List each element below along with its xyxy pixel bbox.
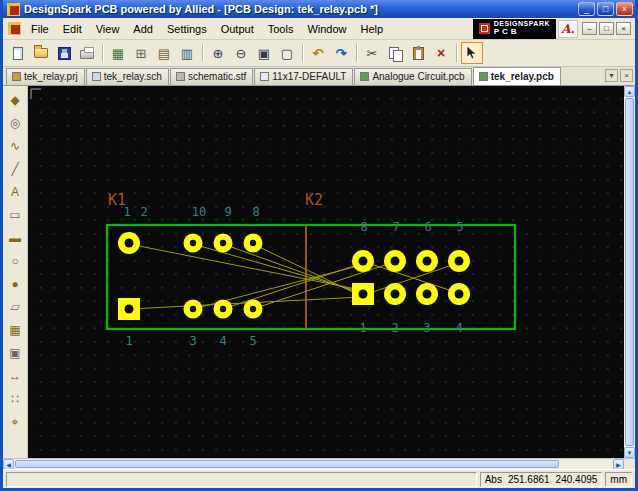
menu-output[interactable]: Output — [214, 20, 261, 38]
filled-circle-tool-button[interactable]: ● — [5, 273, 26, 294]
side-toolbar: ◆ ◎ ∿ ╱ A ▭ ▬ ○ ● ▱ ▦ ▣ ↔ ∷ ⌖ — [3, 86, 28, 458]
open-button[interactable] — [30, 42, 52, 64]
ref-label-k2[interactable]: K2 — [305, 191, 323, 209]
pin-number[interactable]: 1 — [123, 205, 130, 219]
mdi-restore-button[interactable]: □ — [599, 22, 614, 35]
tab-tek-relay-pcb[interactable]: tek_relay.pcb — [473, 67, 561, 85]
dimension-tool-button[interactable]: ↔ — [5, 365, 26, 386]
snap-grid-icon: ⊞ — [136, 46, 147, 61]
layers-button[interactable]: ▤ — [153, 42, 175, 64]
horizontal-scroll-track[interactable] — [560, 459, 613, 469]
menu-add[interactable]: Add — [126, 20, 160, 38]
menu-view[interactable]: View — [89, 20, 127, 38]
pin-number[interactable]: 8 — [252, 205, 259, 219]
vertical-scrollbar[interactable]: ▲ ▼ — [624, 86, 635, 458]
menu-settings[interactable]: Settings — [160, 20, 214, 38]
track-icon: ∿ — [10, 139, 20, 153]
pin-number[interactable]: 6 — [424, 220, 431, 234]
pin-number[interactable]: 3 — [189, 334, 196, 348]
tab-label: tek_relay.sch — [104, 71, 162, 82]
zoom-in-button[interactable]: ⊕ — [207, 42, 229, 64]
snap-button[interactable]: ⊞ — [130, 42, 152, 64]
polygon-tool-button[interactable]: ▱ — [5, 296, 26, 317]
copper-pour-tool-button[interactable]: ▦ — [5, 319, 26, 340]
print-button[interactable] — [76, 42, 98, 64]
board-outline[interactable] — [107, 225, 515, 329]
design-browser-button[interactable]: ▥ — [176, 42, 198, 64]
menu-tools[interactable]: Tools — [261, 20, 301, 38]
copy-button[interactable] — [384, 42, 406, 64]
pin-number[interactable]: 2 — [391, 321, 398, 335]
pads-k1[interactable] — [118, 232, 263, 320]
pin-number[interactable]: 1 — [125, 334, 132, 348]
filled-rectangle-tool-button[interactable]: ▬ — [5, 227, 26, 248]
array-tool-button[interactable]: ∷ — [5, 388, 26, 409]
scroll-up-button[interactable]: ▲ — [624, 86, 635, 97]
pin-number[interactable]: 10 — [192, 205, 206, 219]
pin-number[interactable]: 9 — [224, 205, 231, 219]
maximize-button[interactable]: □ — [597, 2, 614, 16]
pin-number[interactable]: 5 — [456, 220, 463, 234]
undo-button[interactable]: ↶ — [307, 42, 329, 64]
pcb-drawing[interactable]: K1 K2 1 2 10 9 8 8 7 6 5 1 3 4 5 — [28, 86, 624, 458]
horizontal-scrollbar[interactable]: ◀ ▶ — [3, 458, 635, 469]
pad-tool-button[interactable]: ◎ — [5, 112, 26, 133]
tab-schematic-stf[interactable]: schematic.stf — [170, 68, 253, 85]
ratsnest-lines[interactable] — [129, 244, 458, 309]
pin-number[interactable]: 1 — [359, 321, 366, 335]
save-button[interactable] — [53, 42, 75, 64]
pin-number[interactable]: 7 — [392, 220, 399, 234]
horizontal-scroll-thumb[interactable] — [15, 460, 559, 468]
zoom-out-button[interactable]: ⊖ — [230, 42, 252, 64]
new-file-icon — [13, 47, 23, 60]
rectangle-tool-button[interactable]: ▭ — [5, 204, 26, 225]
tab-close-button[interactable]: × — [620, 69, 633, 82]
pin-number[interactable]: 5 — [249, 334, 256, 348]
new-button[interactable] — [7, 42, 29, 64]
line-icon: ╱ — [11, 162, 18, 176]
menu-edit[interactable]: Edit — [56, 20, 89, 38]
tab-tek-relay-prj[interactable]: tek_relay.prj — [6, 68, 85, 85]
board-outline-tool-button[interactable]: ▣ — [5, 342, 26, 363]
pcb-canvas[interactable]: K1 K2 1 2 10 9 8 8 7 6 5 1 3 4 5 — [28, 86, 624, 458]
paste-button[interactable] — [407, 42, 429, 64]
origin-tool-button[interactable]: ⌖ — [5, 411, 26, 432]
grid-button[interactable]: ▦ — [107, 42, 129, 64]
circle-tool-button[interactable]: ○ — [5, 250, 26, 271]
component-tool-button[interactable]: ◆ — [5, 89, 26, 110]
line-tool-button[interactable]: ╱ — [5, 158, 26, 179]
menu-window[interactable]: Window — [300, 20, 353, 38]
minimize-button[interactable]: _ — [578, 2, 595, 16]
redo-button[interactable]: ↷ — [330, 42, 352, 64]
close-button[interactable]: × — [616, 2, 633, 16]
ratsnest-line[interactable] — [129, 244, 361, 290]
pin-number[interactable]: 8 — [360, 220, 367, 234]
pin-number[interactable]: 4 — [219, 334, 226, 348]
vertical-scroll-thumb[interactable] — [625, 98, 634, 446]
tab-11x17-default[interactable]: 11x17-DEFAULT — [254, 68, 353, 85]
pad-hole — [391, 257, 400, 266]
select-pointer-button[interactable] — [461, 42, 483, 64]
titlebar[interactable]: DesignSpark PCB powered by Allied - [PCB… — [3, 0, 635, 18]
zoom-window-button[interactable]: ▣ — [253, 42, 275, 64]
pad-hole — [190, 306, 196, 312]
track-tool-button[interactable]: ∿ — [5, 135, 26, 156]
mdi-close-button[interactable]: × — [616, 22, 631, 35]
pin-number[interactable]: 3 — [423, 321, 430, 335]
pin-number[interactable]: 4 — [455, 321, 462, 335]
ratsnest-line[interactable] — [365, 262, 458, 293]
tab-tek-relay-sch[interactable]: tek_relay.sch — [86, 68, 169, 85]
tab-menu-button[interactable]: ▾ — [605, 69, 618, 82]
pin-number[interactable]: 2 — [140, 205, 147, 219]
delete-button[interactable]: × — [430, 42, 452, 64]
cut-button[interactable]: ✂ — [361, 42, 383, 64]
text-tool-button[interactable]: A — [5, 181, 26, 202]
layers-icon: ▤ — [158, 46, 170, 61]
mdi-minimize-button[interactable]: – — [582, 22, 597, 35]
scroll-down-button[interactable]: ▼ — [624, 447, 635, 458]
zoom-all-button[interactable]: ▢ — [276, 42, 298, 64]
tab-analogue-circuit-pcb[interactable]: Analogue Circuit.pcb — [354, 68, 471, 85]
menu-help[interactable]: Help — [354, 20, 391, 38]
menu-file[interactable]: File — [24, 20, 56, 38]
coordinate-y: 240.4095 — [556, 474, 598, 485]
